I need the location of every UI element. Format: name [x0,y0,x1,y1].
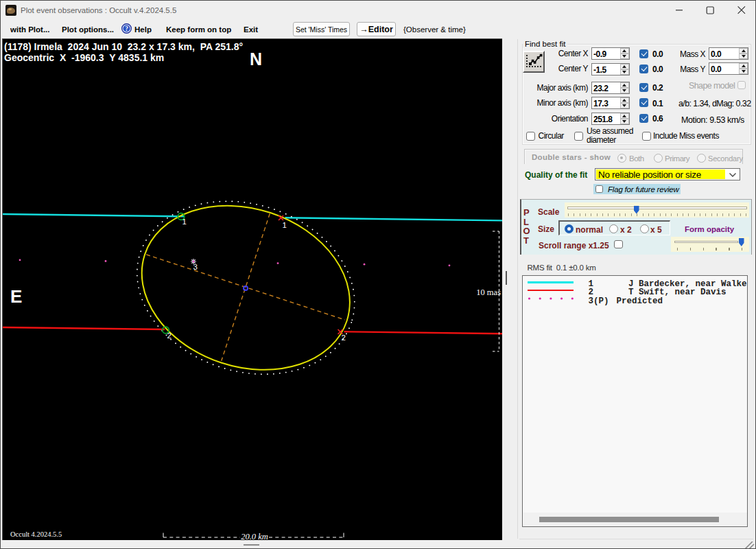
svg-text:Geocentric X -1960.3 Y 4835: Geocentric X -1960.3 Y 4835.1 km [4,52,164,63]
svg-text:(1178) Irmela 2024 Jun 10 23: (1178) Irmela 2024 Jun 10 23.2 x 17.3 km… [4,41,243,52]
svg-text:20.0 km: 20.0 km [241,532,268,541]
svg-text:1: 1 [283,221,287,229]
svg-text:1: 1 [182,218,187,226]
svg-text:3: 3 [193,263,198,271]
svg-text:2: 2 [167,331,172,340]
svg-text:?: ? [125,25,128,32]
svg-text:2: 2 [342,334,346,342]
svg-text:E: E [10,286,22,307]
svg-text:N: N [250,49,262,69]
svg-text:Occult 4.2024.5.5: Occult 4.2024.5.5 [10,530,62,538]
svg-text:10 mas: 10 mas [476,288,501,297]
